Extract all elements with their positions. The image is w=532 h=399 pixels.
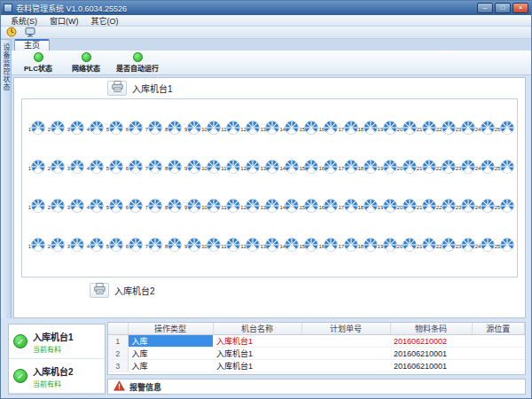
- table-row[interactable]: 3入库入库机台1201606210001: [108, 360, 525, 372]
- machine1-print-button[interactable]: [107, 81, 127, 96]
- reel-slot[interactable]: 1: [26, 121, 44, 138]
- reel-slot[interactable]: 19: [378, 199, 396, 216]
- reel-slot[interactable]: 1: [26, 160, 44, 177]
- reel-slot[interactable]: 21: [417, 121, 435, 138]
- reel-slot[interactable]: 20: [397, 121, 416, 138]
- reel-slot[interactable]: 6: [123, 160, 142, 177]
- reel-slot[interactable]: 9: [182, 121, 200, 138]
- reel-slot[interactable]: 2: [45, 160, 64, 177]
- reel-slot[interactable]: 2: [45, 121, 64, 138]
- reel-slot[interactable]: 4: [84, 199, 103, 216]
- reel-slot[interactable]: 13: [260, 238, 278, 255]
- reel-slot[interactable]: 4: [84, 160, 103, 177]
- reel-slot[interactable]: 7: [143, 199, 161, 216]
- reel-slot[interactable]: 5: [104, 121, 122, 138]
- reel-slot[interactable]: 19: [378, 160, 396, 177]
- reel-slot[interactable]: 4: [84, 121, 103, 138]
- reel-slot[interactable]: 6: [123, 121, 142, 138]
- reel-slot[interactable]: 5: [104, 160, 122, 177]
- reel-slot[interactable]: 8: [162, 199, 181, 216]
- menu-other[interactable]: 其它(O): [85, 15, 125, 27]
- reel-slot[interactable]: 14: [279, 199, 298, 216]
- reel-slot[interactable]: 13: [260, 199, 278, 216]
- reel-slot[interactable]: 12: [240, 121, 259, 138]
- reel-slot[interactable]: 21: [417, 238, 435, 255]
- reel-slot[interactable]: 16: [318, 199, 337, 216]
- reel-slot[interactable]: 10: [201, 160, 220, 177]
- reel-slot[interactable]: 17: [339, 199, 357, 216]
- reel-slot[interactable]: 3: [65, 199, 83, 216]
- reel-slot[interactable]: 13: [260, 160, 278, 177]
- table-row[interactable]: 2入库入库机台1201606210001: [108, 348, 525, 360]
- reel-slot[interactable]: 14: [279, 160, 298, 177]
- reel-slot[interactable]: 16: [318, 160, 337, 177]
- column-header[interactable]: 源位置: [472, 323, 525, 335]
- machine2-print-button[interactable]: [90, 283, 109, 298]
- status-auto-run[interactable]: 是否自动运行: [116, 52, 159, 73]
- reel-slot[interactable]: 11: [221, 121, 239, 138]
- reel-slot[interactable]: 20: [397, 199, 416, 216]
- reel-slot[interactable]: 18: [358, 121, 377, 138]
- reel-slot[interactable]: 9: [182, 238, 200, 255]
- reel-slot[interactable]: 17: [339, 121, 357, 138]
- reel-slot[interactable]: 16: [318, 238, 337, 255]
- status-network[interactable]: 网络状态: [68, 52, 104, 73]
- reel-slot[interactable]: 13: [260, 121, 278, 138]
- reel-slot[interactable]: 10: [201, 238, 220, 255]
- reel-slot[interactable]: 8: [162, 160, 181, 177]
- status-plc[interactable]: PLC状态: [20, 52, 56, 73]
- collapsed-panel-tab[interactable]: 设备监控状态: [1, 39, 12, 318]
- reel-slot[interactable]: 5: [104, 199, 122, 216]
- reel-slot[interactable]: 12: [240, 238, 259, 255]
- minimize-button[interactable]: –: [477, 3, 493, 13]
- reel-slot[interactable]: 25: [495, 160, 513, 177]
- reel-slot[interactable]: 1: [26, 199, 44, 216]
- reel-slot[interactable]: 18: [358, 238, 377, 255]
- reel-slot[interactable]: 3: [65, 160, 83, 177]
- reel-slot[interactable]: 9: [182, 199, 200, 216]
- reel-slot[interactable]: 12: [240, 160, 259, 177]
- column-header[interactable]: 物料条码: [390, 323, 472, 335]
- reel-slot[interactable]: 24: [475, 160, 494, 177]
- reel-slot[interactable]: 3: [65, 121, 83, 138]
- reel-slot[interactable]: 12: [240, 199, 259, 216]
- reel-slot[interactable]: 23: [456, 199, 474, 216]
- reel-slot[interactable]: 17: [339, 238, 357, 255]
- reel-slot[interactable]: 15: [299, 238, 317, 255]
- toolbar-button-2[interactable]: [23, 27, 37, 38]
- close-button[interactable]: ×: [512, 3, 528, 13]
- toolbar-button-1[interactable]: [4, 27, 19, 38]
- reel-slot[interactable]: 8: [162, 238, 181, 255]
- reel-slot[interactable]: 11: [221, 160, 239, 177]
- reel-slot[interactable]: 24: [475, 238, 494, 255]
- reel-slot[interactable]: 11: [221, 199, 239, 216]
- column-header[interactable]: 机台名称: [213, 323, 301, 335]
- reel-slot[interactable]: 22: [436, 121, 455, 138]
- reel-slot[interactable]: 22: [436, 160, 455, 177]
- reel-slot[interactable]: 21: [417, 160, 435, 177]
- reel-slot[interactable]: 21: [417, 199, 435, 216]
- reel-slot[interactable]: 22: [436, 238, 455, 255]
- reel-slot[interactable]: 23: [456, 160, 474, 177]
- reel-slot[interactable]: 20: [397, 238, 416, 255]
- reel-slot[interactable]: 6: [123, 238, 142, 255]
- reel-slot[interactable]: 15: [299, 121, 317, 138]
- reel-slot[interactable]: 25: [495, 199, 513, 216]
- reel-slot[interactable]: 3: [65, 238, 83, 255]
- reel-slot[interactable]: 7: [143, 238, 161, 255]
- reel-slot[interactable]: 1: [26, 238, 44, 255]
- reel-slot[interactable]: 6: [123, 199, 142, 216]
- reel-slot[interactable]: 18: [358, 199, 377, 216]
- maximize-button[interactable]: □: [495, 3, 511, 13]
- reel-slot[interactable]: 19: [378, 238, 396, 255]
- reel-slot[interactable]: 18: [358, 160, 377, 177]
- reel-slot[interactable]: 4: [84, 238, 103, 255]
- reel-slot[interactable]: 2: [45, 238, 64, 255]
- reel-slot[interactable]: 25: [495, 238, 513, 255]
- reel-slot[interactable]: 15: [299, 160, 317, 177]
- reel-slot[interactable]: 14: [279, 121, 298, 138]
- reel-slot[interactable]: 23: [456, 121, 474, 138]
- reel-slot[interactable]: 8: [162, 121, 181, 138]
- tab-home[interactable]: 主页: [14, 39, 50, 51]
- reel-slot[interactable]: 2: [45, 199, 64, 216]
